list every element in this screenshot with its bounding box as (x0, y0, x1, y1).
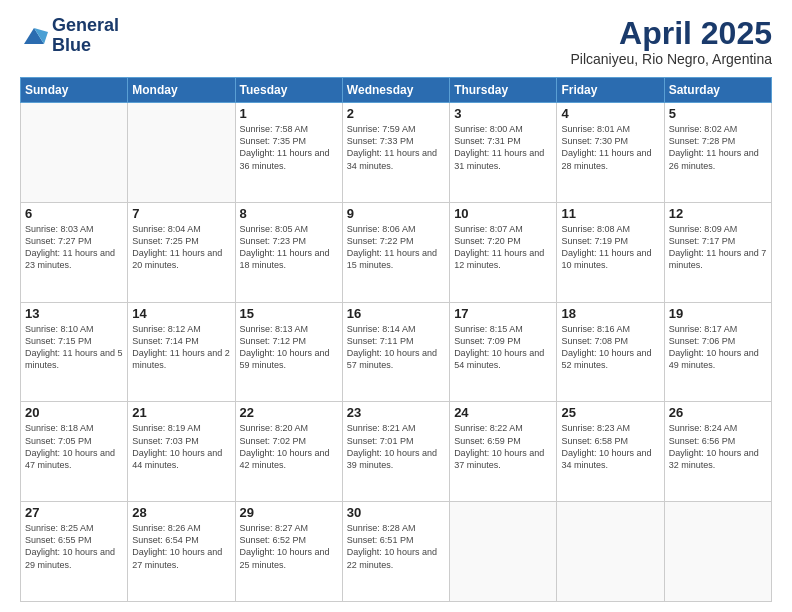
table-row: 12Sunrise: 8:09 AMSunset: 7:17 PMDayligh… (664, 202, 771, 302)
title-block: April 2025 Pilcaniyeu, Rio Negro, Argent… (570, 16, 772, 67)
day-info: Sunrise: 8:05 AMSunset: 7:23 PMDaylight:… (240, 223, 338, 272)
table-row: 7Sunrise: 8:04 AMSunset: 7:25 PMDaylight… (128, 202, 235, 302)
col-thursday: Thursday (450, 78, 557, 103)
day-number: 22 (240, 405, 338, 420)
table-row: 20Sunrise: 8:18 AMSunset: 7:05 PMDayligh… (21, 402, 128, 502)
day-number: 17 (454, 306, 552, 321)
day-info: Sunrise: 8:08 AMSunset: 7:19 PMDaylight:… (561, 223, 659, 272)
calendar-week-row: 13Sunrise: 8:10 AMSunset: 7:15 PMDayligh… (21, 302, 772, 402)
day-number: 4 (561, 106, 659, 121)
table-row: 15Sunrise: 8:13 AMSunset: 7:12 PMDayligh… (235, 302, 342, 402)
logo: General Blue (20, 16, 119, 56)
table-row: 23Sunrise: 8:21 AMSunset: 7:01 PMDayligh… (342, 402, 449, 502)
day-info: Sunrise: 8:04 AMSunset: 7:25 PMDaylight:… (132, 223, 230, 272)
table-row: 22Sunrise: 8:20 AMSunset: 7:02 PMDayligh… (235, 402, 342, 502)
day-info: Sunrise: 8:21 AMSunset: 7:01 PMDaylight:… (347, 422, 445, 471)
table-row: 21Sunrise: 8:19 AMSunset: 7:03 PMDayligh… (128, 402, 235, 502)
day-number: 27 (25, 505, 123, 520)
calendar-week-row: 20Sunrise: 8:18 AMSunset: 7:05 PMDayligh… (21, 402, 772, 502)
calendar-header-row: Sunday Monday Tuesday Wednesday Thursday… (21, 78, 772, 103)
col-sunday: Sunday (21, 78, 128, 103)
day-info: Sunrise: 7:58 AMSunset: 7:35 PMDaylight:… (240, 123, 338, 172)
day-number: 1 (240, 106, 338, 121)
day-number: 19 (669, 306, 767, 321)
day-number: 28 (132, 505, 230, 520)
day-info: Sunrise: 8:22 AMSunset: 6:59 PMDaylight:… (454, 422, 552, 471)
day-info: Sunrise: 8:10 AMSunset: 7:15 PMDaylight:… (25, 323, 123, 372)
month-title: April 2025 (570, 16, 772, 51)
table-row: 29Sunrise: 8:27 AMSunset: 6:52 PMDayligh… (235, 502, 342, 602)
table-row: 24Sunrise: 8:22 AMSunset: 6:59 PMDayligh… (450, 402, 557, 502)
col-monday: Monday (128, 78, 235, 103)
table-row (21, 103, 128, 203)
table-row: 8Sunrise: 8:05 AMSunset: 7:23 PMDaylight… (235, 202, 342, 302)
day-info: Sunrise: 8:13 AMSunset: 7:12 PMDaylight:… (240, 323, 338, 372)
table-row: 19Sunrise: 8:17 AMSunset: 7:06 PMDayligh… (664, 302, 771, 402)
day-info: Sunrise: 8:01 AMSunset: 7:30 PMDaylight:… (561, 123, 659, 172)
day-number: 29 (240, 505, 338, 520)
calendar-table: Sunday Monday Tuesday Wednesday Thursday… (20, 77, 772, 602)
day-info: Sunrise: 7:59 AMSunset: 7:33 PMDaylight:… (347, 123, 445, 172)
day-info: Sunrise: 8:12 AMSunset: 7:14 PMDaylight:… (132, 323, 230, 372)
day-info: Sunrise: 8:23 AMSunset: 6:58 PMDaylight:… (561, 422, 659, 471)
logo-icon (20, 22, 48, 50)
table-row: 25Sunrise: 8:23 AMSunset: 6:58 PMDayligh… (557, 402, 664, 502)
day-number: 14 (132, 306, 230, 321)
day-info: Sunrise: 8:20 AMSunset: 7:02 PMDaylight:… (240, 422, 338, 471)
table-row: 5Sunrise: 8:02 AMSunset: 7:28 PMDaylight… (664, 103, 771, 203)
day-number: 3 (454, 106, 552, 121)
day-info: Sunrise: 8:09 AMSunset: 7:17 PMDaylight:… (669, 223, 767, 272)
table-row: 2Sunrise: 7:59 AMSunset: 7:33 PMDaylight… (342, 103, 449, 203)
day-info: Sunrise: 8:28 AMSunset: 6:51 PMDaylight:… (347, 522, 445, 571)
location-subtitle: Pilcaniyeu, Rio Negro, Argentina (570, 51, 772, 67)
table-row: 17Sunrise: 8:15 AMSunset: 7:09 PMDayligh… (450, 302, 557, 402)
day-number: 8 (240, 206, 338, 221)
day-number: 30 (347, 505, 445, 520)
day-number: 5 (669, 106, 767, 121)
table-row: 16Sunrise: 8:14 AMSunset: 7:11 PMDayligh… (342, 302, 449, 402)
table-row: 30Sunrise: 8:28 AMSunset: 6:51 PMDayligh… (342, 502, 449, 602)
table-row: 13Sunrise: 8:10 AMSunset: 7:15 PMDayligh… (21, 302, 128, 402)
table-row (557, 502, 664, 602)
calendar-week-row: 6Sunrise: 8:03 AMSunset: 7:27 PMDaylight… (21, 202, 772, 302)
col-saturday: Saturday (664, 78, 771, 103)
day-info: Sunrise: 8:19 AMSunset: 7:03 PMDaylight:… (132, 422, 230, 471)
col-tuesday: Tuesday (235, 78, 342, 103)
day-number: 18 (561, 306, 659, 321)
day-number: 24 (454, 405, 552, 420)
logo-line1: General (52, 16, 119, 36)
table-row: 28Sunrise: 8:26 AMSunset: 6:54 PMDayligh… (128, 502, 235, 602)
day-number: 16 (347, 306, 445, 321)
table-row (128, 103, 235, 203)
table-row: 26Sunrise: 8:24 AMSunset: 6:56 PMDayligh… (664, 402, 771, 502)
page-header: General Blue April 2025 Pilcaniyeu, Rio … (20, 16, 772, 67)
table-row (450, 502, 557, 602)
day-info: Sunrise: 8:27 AMSunset: 6:52 PMDaylight:… (240, 522, 338, 571)
table-row: 18Sunrise: 8:16 AMSunset: 7:08 PMDayligh… (557, 302, 664, 402)
day-number: 11 (561, 206, 659, 221)
day-number: 7 (132, 206, 230, 221)
day-info: Sunrise: 8:26 AMSunset: 6:54 PMDaylight:… (132, 522, 230, 571)
table-row: 11Sunrise: 8:08 AMSunset: 7:19 PMDayligh… (557, 202, 664, 302)
calendar-week-row: 27Sunrise: 8:25 AMSunset: 6:55 PMDayligh… (21, 502, 772, 602)
day-info: Sunrise: 8:00 AMSunset: 7:31 PMDaylight:… (454, 123, 552, 172)
day-info: Sunrise: 8:07 AMSunset: 7:20 PMDaylight:… (454, 223, 552, 272)
day-number: 2 (347, 106, 445, 121)
day-number: 23 (347, 405, 445, 420)
table-row: 1Sunrise: 7:58 AMSunset: 7:35 PMDaylight… (235, 103, 342, 203)
day-info: Sunrise: 8:25 AMSunset: 6:55 PMDaylight:… (25, 522, 123, 571)
table-row: 27Sunrise: 8:25 AMSunset: 6:55 PMDayligh… (21, 502, 128, 602)
day-info: Sunrise: 8:16 AMSunset: 7:08 PMDaylight:… (561, 323, 659, 372)
day-info: Sunrise: 8:02 AMSunset: 7:28 PMDaylight:… (669, 123, 767, 172)
day-number: 20 (25, 405, 123, 420)
day-number: 15 (240, 306, 338, 321)
day-info: Sunrise: 8:03 AMSunset: 7:27 PMDaylight:… (25, 223, 123, 272)
table-row: 9Sunrise: 8:06 AMSunset: 7:22 PMDaylight… (342, 202, 449, 302)
day-number: 10 (454, 206, 552, 221)
table-row: 6Sunrise: 8:03 AMSunset: 7:27 PMDaylight… (21, 202, 128, 302)
table-row: 3Sunrise: 8:00 AMSunset: 7:31 PMDaylight… (450, 103, 557, 203)
col-friday: Friday (557, 78, 664, 103)
day-number: 21 (132, 405, 230, 420)
day-info: Sunrise: 8:15 AMSunset: 7:09 PMDaylight:… (454, 323, 552, 372)
table-row: 4Sunrise: 8:01 AMSunset: 7:30 PMDaylight… (557, 103, 664, 203)
